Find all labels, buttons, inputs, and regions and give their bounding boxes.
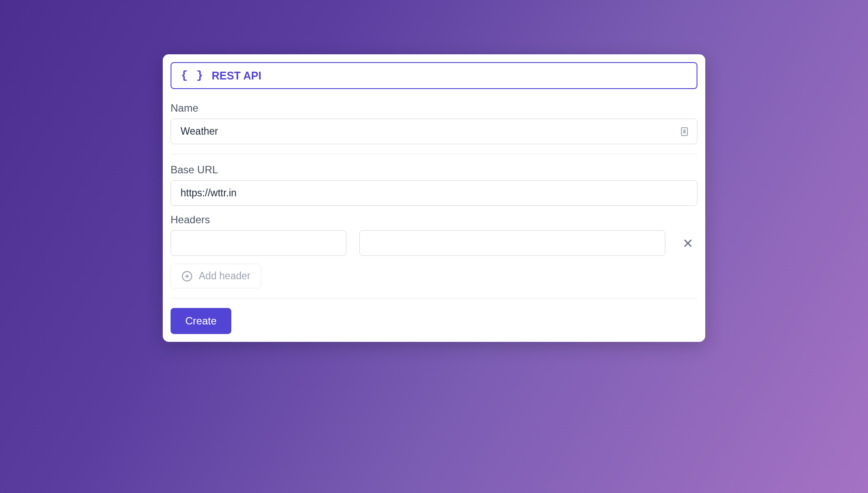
name-field-group: Name — [171, 102, 697, 144]
base-url-input[interactable] — [171, 180, 697, 206]
contact-icon — [679, 126, 690, 137]
braces-icon: { } — [181, 69, 204, 82]
name-input[interactable] — [171, 119, 697, 144]
add-header-button[interactable]: Add header — [171, 264, 261, 288]
name-input-wrapper — [171, 119, 697, 144]
header-value-input[interactable] — [359, 230, 665, 256]
base-url-field-group: Base URL — [171, 164, 697, 206]
base-url-label: Base URL — [171, 164, 697, 176]
divider — [171, 298, 697, 298]
headers-label: Headers — [171, 214, 697, 226]
plus-circle-icon — [181, 271, 193, 282]
api-type-title: REST API — [212, 69, 261, 82]
headers-field-group: Headers Add header — [171, 214, 697, 288]
create-button[interactable]: Create — [171, 308, 231, 334]
add-header-label: Add header — [199, 270, 250, 282]
name-label: Name — [171, 102, 697, 114]
close-icon — [682, 237, 694, 249]
create-api-card: { } REST API Name Base URL Headers — [163, 54, 705, 342]
divider — [171, 154, 697, 154]
remove-header-button[interactable] — [678, 234, 697, 253]
api-type-badge: { } REST API — [171, 62, 697, 89]
header-row — [171, 230, 697, 256]
svg-point-1 — [684, 130, 685, 132]
header-key-input[interactable] — [171, 230, 346, 256]
